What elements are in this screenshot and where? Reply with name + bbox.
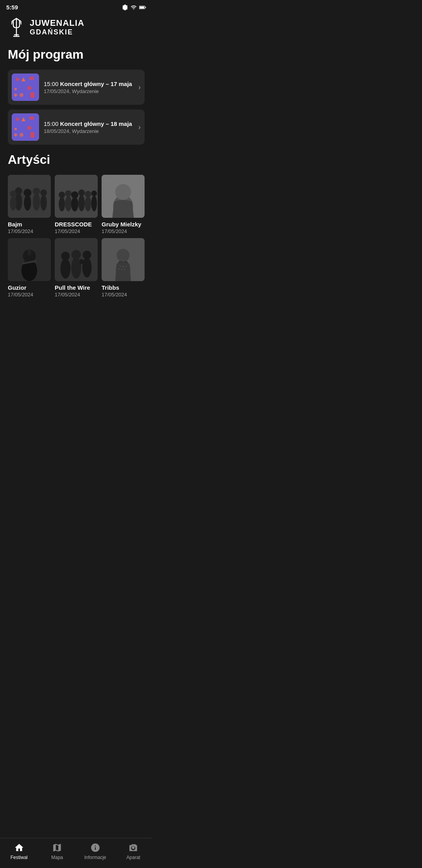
svg-point-25: [10, 190, 17, 197]
svg-point-53: [83, 251, 91, 259]
svg-point-18: [24, 195, 31, 210]
svg-point-52: [82, 258, 92, 278]
svg-point-7: [20, 93, 23, 97]
program-item-1[interactable]: 15:00 Koncert główny – 17 maja 17/05/202…: [8, 70, 145, 105]
artist-card-pullwire[interactable]: Pull the Wire 17/05/2024: [55, 238, 98, 298]
my-program-section: Mój program 15:00 Kon: [8, 47, 145, 145]
artist-date-tribbs: 17/05/2024: [102, 292, 145, 298]
svg-rect-14: [30, 132, 34, 138]
svg-point-49: [61, 252, 70, 260]
artists-section: Artyści: [8, 152, 145, 298]
program-thumb-1: [12, 74, 39, 101]
program-item-2[interactable]: 15:00 Koncert główny – 18 maja 18/05/202…: [8, 109, 145, 145]
program-arrow-1: ›: [138, 83, 141, 91]
artist-name-tribbs: Tribbs: [102, 284, 145, 291]
artist-date-bajm: 17/05/2024: [8, 228, 51, 234]
svg-point-12: [14, 128, 17, 130]
artist-photo-pullwire: [55, 238, 98, 281]
svg-point-35: [85, 196, 91, 212]
artist-date-guzior: 17/05/2024: [8, 292, 51, 298]
artist-card-guzior[interactable]: Guzior 17/05/2024: [8, 238, 51, 298]
svg-point-10: [16, 118, 19, 121]
artist-photo-guzior: [8, 238, 51, 281]
svg-point-19: [23, 189, 31, 197]
artist-card-gruby[interactable]: Gruby Mielzky 17/05/2024: [102, 175, 145, 234]
artist-photo-gruby: [102, 175, 145, 218]
svg-point-59: [125, 265, 127, 267]
svg-point-13: [20, 133, 23, 137]
artists-title: Artyści: [8, 152, 145, 167]
svg-point-30: [65, 190, 72, 197]
artist-photo-bajm: [8, 175, 51, 218]
svg-point-56: [117, 249, 130, 262]
program-arrow-2: ›: [138, 123, 141, 131]
svg-rect-8: [30, 92, 34, 98]
svg-point-48: [61, 258, 71, 278]
svg-point-41: [115, 184, 131, 200]
battery-icon: [139, 5, 146, 10]
signal-icon: [131, 4, 137, 11]
status-bar: 5:59: [0, 0, 152, 13]
program-date-2: 18/05/2024, Wydarzenie: [44, 128, 134, 134]
artist-date-dresscode: 17/05/2024: [55, 228, 98, 234]
svg-point-28: [59, 192, 65, 198]
svg-point-38: [91, 190, 97, 196]
svg-point-27: [59, 197, 65, 212]
program-info-2: 15:00 Koncert główny – 18 maja 18/05/202…: [39, 120, 138, 134]
program-info-1: 15:00 Koncert główny – 17 maja 17/05/202…: [39, 81, 138, 94]
svg-point-60: [118, 268, 120, 270]
artist-name-pullwire: Pull the Wire: [55, 284, 98, 291]
artist-name-guzior: Guzior: [8, 284, 51, 291]
svg-point-4: [16, 78, 19, 81]
artist-name-bajm: Bajm: [8, 221, 51, 228]
svg-point-32: [71, 191, 78, 198]
artist-photo-tribbs: [102, 238, 145, 281]
artist-date-pullwire: 17/05/2024: [55, 292, 98, 298]
svg-point-37: [91, 195, 97, 211]
app-header: JUWENALIA GDAŃSKIE: [0, 13, 152, 43]
svg-rect-1: [139, 6, 144, 8]
svg-point-31: [71, 197, 78, 212]
svg-point-29: [65, 195, 72, 211]
svg-point-21: [33, 188, 40, 195]
svg-point-34: [79, 190, 85, 196]
artist-card-dresscode[interactable]: DRESSCODE 17/05/2024: [55, 175, 98, 234]
svg-rect-46: [27, 249, 31, 256]
svg-point-36: [85, 191, 91, 197]
status-time: 5:59: [6, 4, 18, 11]
artist-date-gruby: 17/05/2024: [102, 228, 145, 234]
status-icons: [122, 4, 146, 11]
artist-card-bajm[interactable]: Bajm 17/05/2024: [8, 175, 51, 234]
artist-photo-dresscode: [55, 175, 98, 218]
svg-point-50: [71, 257, 81, 279]
logo-icon: [8, 18, 25, 37]
svg-point-6: [14, 88, 17, 90]
artist-name-gruby: Gruby Mielzky: [102, 221, 145, 228]
svg-rect-2: [145, 7, 146, 8]
svg-point-23: [40, 190, 47, 196]
svg-point-62: [124, 269, 125, 271]
logo-line2: GDAŃSKIE: [30, 28, 84, 37]
logo-container: JUWENALIA GDAŃSKIE: [8, 18, 84, 37]
program-date-1: 17/05/2024, Wydarzenie: [44, 88, 134, 94]
svg-point-51: [72, 250, 81, 259]
svg-point-57: [120, 265, 121, 267]
artist-name-dresscode: DRESSCODE: [55, 221, 98, 228]
artists-grid: Bajm 17/05/2024: [8, 175, 145, 298]
program-thumb-2: [12, 113, 39, 141]
svg-point-22: [40, 195, 47, 210]
svg-point-24: [10, 196, 17, 211]
svg-rect-5: [29, 77, 34, 80]
program-time-1: 15:00 Koncert główny – 17 maja: [44, 81, 134, 87]
logo-text: JUWENALIA GDAŃSKIE: [30, 18, 84, 37]
my-program-title: Mój program: [8, 47, 145, 62]
svg-point-33: [79, 195, 85, 211]
svg-rect-11: [29, 117, 34, 120]
logo-line1: JUWENALIA: [30, 18, 84, 28]
svg-point-20: [33, 194, 40, 211]
main-content: Mój program 15:00 Kon: [0, 43, 152, 337]
svg-point-61: [121, 269, 123, 271]
program-time-2: 15:00 Koncert główny – 18 maja: [44, 120, 134, 127]
artist-card-tribbs[interactable]: Tribbs 17/05/2024: [102, 238, 145, 298]
svg-point-58: [122, 266, 124, 268]
